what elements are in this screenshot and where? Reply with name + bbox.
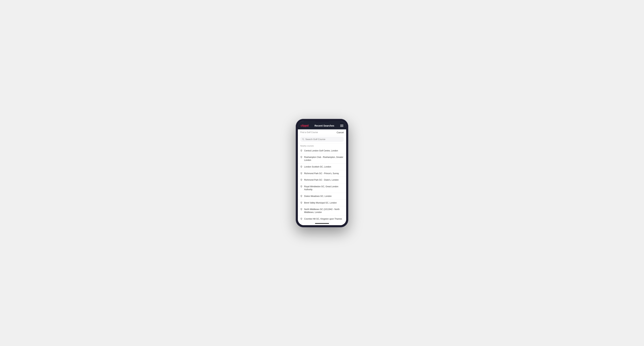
nearby-section-label: Nearby courses — [298, 143, 346, 148]
main-content: Find a Golf Course Cancel Nearby courses — [298, 129, 346, 222]
course-name: London Scottish GC, London — [304, 166, 331, 168]
home-indicator — [298, 222, 346, 225]
location-pin-icon — [300, 172, 302, 175]
search-icon — [302, 138, 304, 140]
phone-wrapper: clippd Recent Searches Find a Golf Cours… — [296, 119, 348, 227]
course-name: Royal Wimbledon GC, Great London Authori… — [304, 185, 344, 191]
phone-screen: clippd Recent Searches Find a Golf Cours… — [298, 121, 346, 225]
location-pin-icon — [300, 179, 302, 181]
location-pin-icon — [300, 166, 302, 168]
location-pin-icon — [300, 208, 302, 210]
location-pin-icon — [300, 218, 302, 220]
menu-bar-3 — [340, 126, 343, 127]
search-box-container — [298, 135, 346, 143]
course-name: North Middlesex GC (1011942 - North Midd… — [304, 208, 344, 214]
course-name: Richmond Park GC - Prince's, Surrey — [304, 172, 339, 175]
search-input[interactable] — [305, 138, 342, 141]
course-name: Brent Valley Municipal GC, London — [304, 201, 337, 204]
list-item[interactable]: London Scottish GC, London — [298, 164, 346, 170]
svg-line-1 — [304, 140, 304, 140]
list-item[interactable]: Coombe Hill GC, Kingston upon Thames — [298, 216, 346, 222]
courses-list: Central London Golf Centre, London Roeha… — [298, 148, 346, 222]
list-item[interactable]: Brent Valley Municipal GC, London — [298, 200, 346, 206]
app-header: clippd Recent Searches — [298, 121, 346, 129]
app-logo: clippd — [301, 124, 308, 127]
course-name: Roehampton Club - Roehampton, Greater Lo… — [304, 156, 344, 162]
list-item[interactable]: Richmond Park GC - Duke's, London — [298, 177, 346, 183]
find-header: Find a Golf Course Cancel — [298, 129, 346, 135]
home-bar — [315, 223, 329, 224]
course-name: Coombe Hill GC, Kingston upon Thames — [304, 217, 342, 220]
location-pin-icon — [300, 195, 302, 197]
list-item[interactable]: Dukes Meadows GC, London — [298, 193, 346, 200]
list-item[interactable]: Royal Wimbledon GC, Great London Authori… — [298, 183, 346, 193]
menu-icon[interactable] — [340, 125, 343, 127]
list-item[interactable]: Central London Golf Centre, London — [298, 148, 346, 154]
find-label: Find a Golf Course — [300, 131, 318, 134]
list-item[interactable]: North Middlesex GC (1011942 - North Midd… — [298, 206, 346, 216]
list-item[interactable]: Richmond Park GC - Prince's, Surrey — [298, 170, 346, 177]
location-pin-icon — [300, 185, 302, 188]
location-pin-icon — [300, 202, 302, 204]
course-name: Richmond Park GC - Duke's, London — [304, 178, 339, 181]
header-title: Recent Searches — [314, 124, 334, 127]
list-item[interactable]: Roehampton Club - Roehampton, Greater Lo… — [298, 154, 346, 164]
menu-bar-1 — [340, 125, 343, 125]
course-name: Dukes Meadows GC, London — [304, 195, 332, 198]
notch — [315, 121, 329, 122]
course-name: Central London Golf Centre, London — [304, 149, 338, 152]
search-input-wrap — [300, 137, 344, 142]
cancel-button[interactable]: Cancel — [337, 131, 344, 134]
menu-bar-2 — [340, 126, 343, 126]
location-pin-icon — [300, 150, 302, 152]
location-pin-icon — [300, 156, 302, 159]
